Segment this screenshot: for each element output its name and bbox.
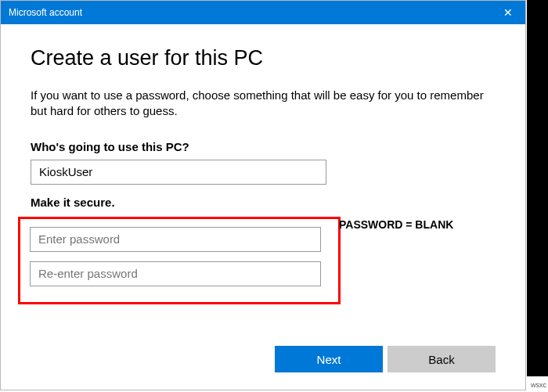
watermark: wsxc [531,381,546,389]
titlebar: Microsoft account ✕ [1,1,525,24]
next-button[interactable]: Next [275,346,383,372]
crop-border [527,0,548,376]
annotation-highlight-box [18,217,341,304]
page-heading: Create a user for this PC [31,46,496,70]
window-title: Microsoft account [9,7,82,18]
secure-label: Make it secure. [31,196,496,209]
username-label: Who's going to use this PC? [31,140,496,153]
page-description: If you want to use a password, choose so… [31,88,496,120]
username-input[interactable] [31,160,326,185]
content-area: Create a user for this PC If you want to… [1,24,525,304]
back-button[interactable]: Back [388,346,496,372]
dialog-window: Microsoft account ✕ Create a user for th… [0,0,526,390]
username-section: Who's going to use this PC? [31,140,496,185]
button-row: Next Back [275,346,496,372]
annotation-text: PASSWORD = BLANK [339,218,453,231]
password-input[interactable] [30,227,321,252]
reenter-password-input[interactable] [30,261,321,286]
close-button[interactable]: ✕ [490,1,525,24]
close-icon: ✕ [503,6,513,19]
